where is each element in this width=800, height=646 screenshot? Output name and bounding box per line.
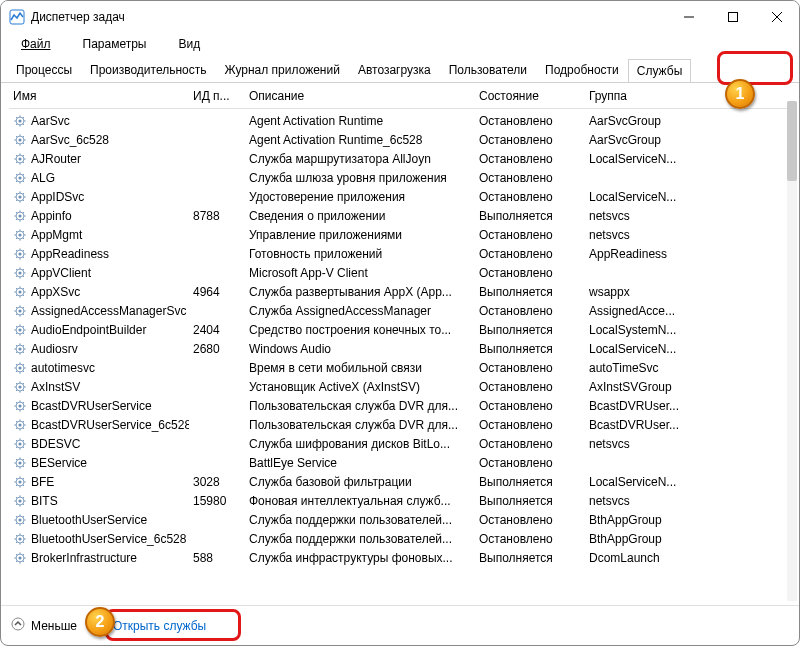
service-name-cell: BluetoothUserService: [9, 513, 189, 527]
service-pid: 588: [189, 551, 245, 565]
table-row[interactable]: BITS15980Фоновая интеллектуальная служб.…: [9, 491, 791, 510]
titlebar: Диспетчер задач: [1, 1, 799, 33]
service-name-cell: BcastDVRUserService: [9, 399, 189, 413]
table-row[interactable]: BluetoothUserServiceСлужба поддержки пол…: [9, 510, 791, 529]
table-row[interactable]: AppVClientMicrosoft App-V ClientОстановл…: [9, 263, 791, 282]
minimize-button[interactable]: [667, 1, 711, 33]
tab-6[interactable]: Службы: [628, 59, 691, 82]
table-row[interactable]: AppReadinessГотовность приложенийОстанов…: [9, 244, 791, 263]
table-row[interactable]: Appinfo8788Сведения о приложенииВыполняе…: [9, 206, 791, 225]
gear-icon: [13, 323, 27, 337]
service-name: Appinfo: [31, 209, 72, 223]
gear-icon: [13, 342, 27, 356]
app-icon: [9, 9, 25, 25]
gear-icon: [13, 266, 27, 280]
service-name: BEService: [31, 456, 87, 470]
svg-line-163: [16, 408, 17, 409]
svg-line-121: [16, 325, 17, 326]
service-pid: 4964: [189, 285, 245, 299]
table-row[interactable]: AudioEndpointBuilder2404Средство построе…: [9, 320, 791, 339]
service-desc: Служба базовой фильтрации: [245, 475, 475, 489]
svg-line-213: [16, 503, 17, 504]
service-desc: Пользовательская служба DVR для...: [245, 418, 475, 432]
menu-options[interactable]: Параметры: [67, 35, 163, 53]
svg-point-126: [18, 347, 21, 350]
col-group[interactable]: Группа: [585, 87, 715, 105]
service-pid: 15980: [189, 494, 245, 508]
service-desc: Служба поддержки пользователей...: [245, 513, 475, 527]
service-name: AarSvc: [31, 114, 70, 128]
menu-file[interactable]: Файл: [5, 35, 67, 53]
svg-point-46: [18, 195, 21, 198]
table-row[interactable]: AppMgmtУправление приложениямиОстановлен…: [9, 225, 791, 244]
svg-line-54: [23, 192, 24, 193]
table-row[interactable]: BrokerInfrastructure588Служба инфраструк…: [9, 548, 791, 567]
gear-icon: [13, 171, 27, 185]
col-name[interactable]: Имя: [9, 87, 189, 105]
table-row[interactable]: AppIDSvcУдостоверение приложенияОстановл…: [9, 187, 791, 206]
gear-icon: [13, 551, 27, 565]
svg-line-53: [16, 199, 17, 200]
fewer-details-button[interactable]: Меньше: [11, 617, 77, 634]
col-pid[interactable]: ИД п...: [189, 87, 245, 105]
table-row[interactable]: AJRouterСлужба маршрутизатора AllJoynОст…: [9, 149, 791, 168]
scrollbar-thumb[interactable]: [787, 101, 797, 181]
svg-line-111: [16, 306, 17, 307]
svg-line-242: [23, 560, 24, 561]
table-row[interactable]: AssignedAccessManagerSvcСлужба AssignedA…: [9, 301, 791, 320]
tab-4[interactable]: Пользователи: [440, 58, 536, 81]
service-desc: Пользовательская служба DVR для...: [245, 399, 475, 413]
svg-line-62: [23, 218, 24, 219]
svg-point-6: [18, 119, 21, 122]
gear-icon: [13, 304, 27, 318]
col-status[interactable]: Состояние: [475, 87, 585, 105]
table-row[interactable]: AarSvc_6c528Agent Activation Runtime_6c5…: [9, 130, 791, 149]
service-status: Выполняется: [475, 209, 585, 223]
table-row[interactable]: BcastDVRUserServiceПользовательская служ…: [9, 396, 791, 415]
table-row[interactable]: BEServiceBattlEye ServiceОстановлено: [9, 453, 791, 472]
col-desc[interactable]: Описание: [245, 87, 475, 105]
service-pid: 8788: [189, 209, 245, 223]
service-desc: Средство построения конечных то...: [245, 323, 475, 337]
tab-1[interactable]: Производительность: [81, 58, 215, 81]
table-row[interactable]: BDESVCСлужба шифрования дисков BitLo...О…: [9, 434, 791, 453]
tab-5[interactable]: Подробности: [536, 58, 628, 81]
svg-line-152: [23, 389, 24, 390]
table-row[interactable]: AppXSvc4964Служба развертывания AppX (Ap…: [9, 282, 791, 301]
svg-line-151: [16, 382, 17, 383]
table-row[interactable]: autotimesvcВремя в сети мобильной связиО…: [9, 358, 791, 377]
vertical-scrollbar[interactable]: [787, 101, 797, 601]
svg-line-112: [23, 313, 24, 314]
tab-2[interactable]: Журнал приложений: [216, 58, 349, 81]
service-name: BITS: [31, 494, 58, 508]
table-row[interactable]: AarSvcAgent Activation RuntimeОстановлен…: [9, 111, 791, 130]
table-row[interactable]: BcastDVRUserService_6c528Пользовательска…: [9, 415, 791, 434]
service-status: Остановлено: [475, 133, 585, 147]
service-name-cell: BEService: [9, 456, 189, 470]
svg-line-22: [23, 142, 24, 143]
service-name-cell: BrokerInfrastructure: [9, 551, 189, 565]
table-row[interactable]: Audiosrv2680Windows AudioВыполняетсяLoca…: [9, 339, 791, 358]
service-name-cell: Appinfo: [9, 209, 189, 223]
svg-line-221: [16, 515, 17, 516]
svg-line-94: [23, 268, 24, 269]
svg-line-222: [23, 522, 24, 523]
tab-0[interactable]: Процессы: [7, 58, 81, 81]
gear-icon: [13, 437, 27, 451]
table-row[interactable]: BFE3028Служба базовой фильтрацииВыполняе…: [9, 472, 791, 491]
svg-line-214: [23, 496, 24, 497]
svg-point-216: [18, 518, 21, 521]
service-name-cell: AarSvc: [9, 114, 189, 128]
menu-view[interactable]: Вид: [162, 35, 216, 53]
svg-point-206: [18, 499, 21, 502]
svg-point-245: [12, 618, 24, 630]
maximize-button[interactable]: [711, 1, 755, 33]
tab-3[interactable]: Автозагрузка: [349, 58, 440, 81]
service-name: BFE: [31, 475, 54, 489]
table-row[interactable]: ALGСлужба шлюза уровня приложенияОстанов…: [9, 168, 791, 187]
service-desc: Служба шифрования дисков BitLo...: [245, 437, 475, 451]
svg-line-161: [16, 401, 17, 402]
table-row[interactable]: AxInstSVУстановщик ActiveX (AxInstSV)Ост…: [9, 377, 791, 396]
table-row[interactable]: BluetoothUserService_6c528Служба поддерж…: [9, 529, 791, 548]
close-button[interactable]: [755, 1, 799, 33]
